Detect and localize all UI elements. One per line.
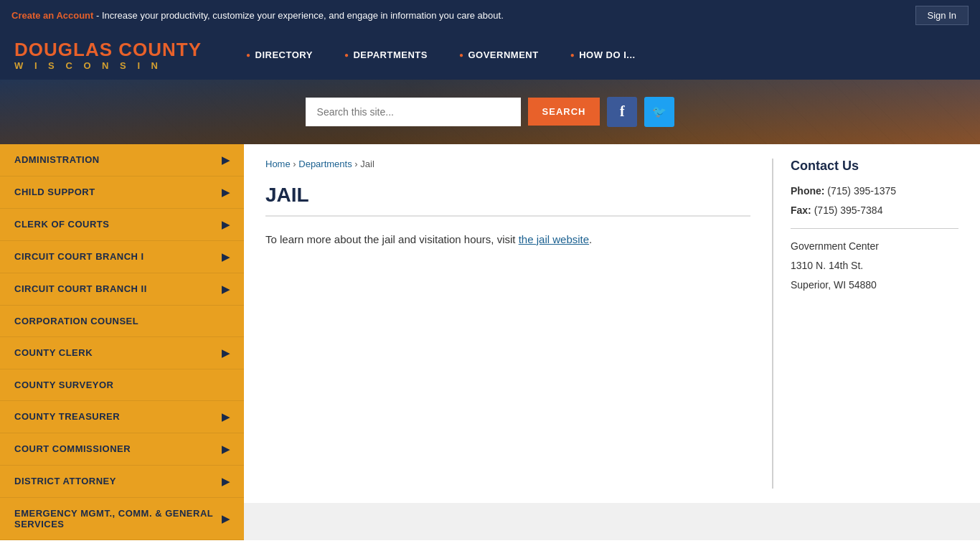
main-content: Home › Departments › Jail JAIL To learn …	[265, 159, 772, 489]
phone-label: Phone:	[791, 185, 824, 197]
main-layout: ADMINISTRATION ▶ CHILD SUPPORT ▶ CLERK O…	[0, 144, 980, 540]
contact-address-line2: 1310 N. 14th St.	[791, 258, 958, 273]
logo-county: DOUGLAS COUNTY	[14, 39, 202, 60]
contact-title: Contact Us	[791, 159, 958, 174]
sidebar-item-circuit-court-branch-i[interactable]: CIRCUIT COURT BRANCH I ▶	[0, 241, 244, 273]
page-title: JAIL	[265, 184, 750, 217]
nav-dot: ●	[344, 51, 349, 59]
sidebar-item-child-support[interactable]: CHILD SUPPORT ▶	[0, 176, 244, 209]
search-input[interactable]	[306, 98, 521, 126]
nav-dot: ●	[459, 51, 464, 59]
chevron-right-icon: ▶	[222, 187, 230, 198]
chevron-right-icon: ▶	[222, 411, 230, 423]
sidebar-item-district-attorney[interactable]: DISTRICT ATTORNEY ▶	[0, 466, 244, 498]
hero-section: SEARCH f 🐦	[0, 80, 980, 144]
sidebar-item-county-surveyor[interactable]: COUNTY SURVEYOR	[0, 369, 244, 401]
phone-value: (715) 395-1375	[827, 185, 896, 197]
nav-dot: ●	[570, 51, 575, 59]
chevron-right-icon: ▶	[222, 476, 230, 487]
search-button[interactable]: SEARCH	[528, 98, 600, 126]
top-bar-message: Create an Account - Increase your produc…	[11, 10, 504, 21]
breadcrumb-departments[interactable]: Departments	[298, 159, 352, 169]
sidebar-item-corporation-counsel[interactable]: CORPORATION COUNSEL	[0, 306, 244, 337]
nav-dot: ●	[246, 51, 251, 59]
contact-fax: Fax: (715) 395-7384	[791, 203, 958, 218]
main-nav: ● DIRECTORY ● DEPARTMENTS ● GOVERNMENT ●…	[230, 42, 651, 67]
facebook-button[interactable]: f	[607, 97, 637, 127]
sidebar-item-administration[interactable]: ADMINISTRATION ▶	[0, 144, 244, 176]
content-inner: Home › Departments › Jail JAIL To learn …	[244, 144, 980, 503]
contact-divider	[791, 228, 958, 229]
contact-sidebar: Contact Us Phone: (715) 395-1375 Fax: (7…	[772, 159, 958, 489]
sidebar-item-court-commissioner[interactable]: COURT COMMISSIONER ▶	[0, 433, 244, 466]
twitter-button[interactable]: 🐦	[644, 97, 674, 127]
body-text-end: .	[589, 233, 592, 245]
contact-address-line1: Government Center	[791, 239, 958, 254]
chevron-right-icon: ▶	[222, 251, 230, 263]
sidebar-item-emergency-mgmt[interactable]: EMERGENCY MGMT., COMM. & GENERAL SERVICE…	[0, 498, 244, 540]
header: DOUGLAS COUNTY W I S C O N S I N ● DIREC…	[0, 31, 980, 80]
fax-label: Fax:	[791, 204, 811, 216]
chevron-right-icon: ▶	[222, 219, 230, 230]
chevron-right-icon: ▶	[222, 283, 230, 295]
sign-in-button[interactable]: Sign In	[915, 6, 969, 25]
nav-directory[interactable]: ● DIRECTORY	[230, 42, 329, 67]
nav-how-do-i[interactable]: ● HOW DO I...	[555, 42, 651, 67]
chevron-right-icon: ▶	[222, 154, 230, 166]
chevron-right-icon: ▶	[222, 347, 230, 359]
breadcrumb-current: Jail	[360, 159, 374, 169]
top-bar-text: - Increase your productivity, customize …	[93, 10, 503, 21]
top-bar: Create an Account - Increase your produc…	[0, 0, 980, 31]
contact-phone: Phone: (715) 395-1375	[791, 184, 958, 199]
sidebar-item-clerk-of-courts[interactable]: CLERK OF COURTS ▶	[0, 209, 244, 241]
chevron-right-icon: ▶	[222, 513, 230, 524]
facebook-icon: f	[620, 103, 625, 120]
nav-departments[interactable]: ● DEPARTMENTS	[329, 42, 443, 67]
logo-state: W I S C O N S I N	[14, 60, 202, 71]
sidebar-item-county-clerk[interactable]: COUNTY CLERK ▶	[0, 337, 244, 369]
create-account-link[interactable]: Create an Account	[11, 10, 93, 21]
sidebar: ADMINISTRATION ▶ CHILD SUPPORT ▶ CLERK O…	[0, 144, 244, 540]
content-area: Home › Departments › Jail JAIL To learn …	[244, 144, 980, 540]
contact-address-line3: Superior, WI 54880	[791, 278, 958, 293]
sidebar-item-county-treasurer[interactable]: COUNTY TREASURER ▶	[0, 401, 244, 433]
breadcrumb-home[interactable]: Home	[265, 159, 291, 169]
logo: DOUGLAS COUNTY W I S C O N S I N	[14, 39, 202, 71]
page-body: To learn more about the jail and visitat…	[265, 231, 750, 248]
sidebar-item-circuit-court-branch-ii[interactable]: CIRCUIT COURT BRANCH II ▶	[0, 273, 244, 306]
twitter-icon: 🐦	[652, 105, 666, 118]
fax-value: (715) 395-7384	[814, 204, 883, 216]
jail-website-link[interactable]: the jail website	[519, 233, 589, 245]
breadcrumb: Home › Departments › Jail	[265, 159, 750, 169]
body-text-before: To learn more about the jail and visitat…	[265, 233, 519, 245]
nav-government[interactable]: ● GOVERNMENT	[443, 42, 555, 67]
chevron-right-icon: ▶	[222, 443, 230, 455]
search-container: SEARCH f 🐦	[306, 97, 675, 127]
